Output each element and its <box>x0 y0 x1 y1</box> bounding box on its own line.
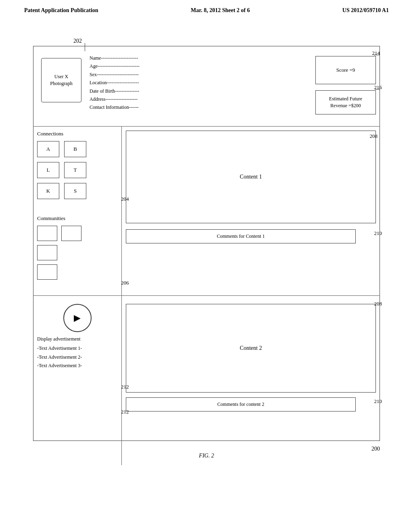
main-diagram: 202 User X Photograph Name--------------… <box>33 22 380 465</box>
ad-area: ▶ Display advertisement -Text Advertisem… <box>33 296 122 465</box>
figure-caption: FIG. 2 <box>199 453 214 459</box>
label-212-top: 212 <box>121 384 129 390</box>
ad-label: Display advertisement <box>37 336 117 342</box>
content2-box: Content 2 <box>126 304 376 393</box>
comments2-box: Comments for content 2 <box>126 397 356 411</box>
ad-text-1: -Text Advertisement 1- <box>37 344 117 353</box>
section-middle: Connections A B L T K S Communities <box>33 127 380 296</box>
communities-grid <box>37 226 117 260</box>
ad-text-2: -Text Advertisement 2- <box>37 353 117 362</box>
user-photo-line1: User X <box>54 73 68 80</box>
field-location: Location-------------------- <box>90 79 140 87</box>
communities-area: Communities <box>33 211 122 296</box>
header-right: US 2012/059710 A1 <box>342 7 389 14</box>
label-200: 200 <box>371 446 380 452</box>
comm-cell-4 <box>37 264 57 280</box>
content1-box: Content 1 208 <box>126 131 376 223</box>
callout-216 <box>375 89 380 89</box>
comm-cell-3 <box>37 245 57 260</box>
conn-cell-a: A <box>37 141 59 157</box>
comm-cell-2 <box>61 226 81 241</box>
user-photo-box: User X Photograph <box>41 58 81 102</box>
conn-cell-l: L <box>37 162 59 178</box>
label-216: 216 <box>374 84 382 91</box>
content2-label: Content 2 <box>240 345 262 351</box>
communities-label: Communities <box>37 215 117 222</box>
label-214: 214 <box>372 50 380 56</box>
field-age: Age-------------------------- <box>90 62 140 70</box>
connections-label: Connections <box>37 131 117 137</box>
revenue-box: Estimated Future Revenue =$200 <box>315 90 376 114</box>
label-210-bot: 210 <box>374 398 382 405</box>
label-210-top: 210 <box>374 230 382 237</box>
conn-cell-t: T <box>64 162 86 178</box>
comments1-label: Comments for Content 1 <box>217 233 265 239</box>
comm-cell-1 <box>37 226 57 241</box>
header-left: Patent Application Publication <box>24 7 98 14</box>
comments1-box: Comments for Content 1 <box>126 229 356 243</box>
conn-cell-b: B <box>64 141 86 157</box>
section-bottom: ▶ Display advertisement -Text Advertisem… <box>33 296 380 465</box>
profile-fields: Name----------------------- Age---------… <box>90 54 140 112</box>
section-top: User X Photograph Name------------------… <box>33 46 380 127</box>
revenue-line2: Revenue =$200 <box>329 102 362 109</box>
user-photo-line2: Photograph <box>50 80 72 87</box>
field-sex: Sex-------------------------- <box>90 71 140 79</box>
play-button-icon: ▶ <box>63 304 92 332</box>
field-contact: Contact Information------ <box>90 103 140 111</box>
comments2-label: Comments for content 2 <box>217 401 264 407</box>
connections-grid: A B L T K S <box>37 141 117 199</box>
label-206: 206 <box>121 280 129 286</box>
page-header: Patent Application Publication Mar. 8, 2… <box>0 0 413 18</box>
content1-label: Content 1 <box>240 174 262 180</box>
conn-cell-k: K <box>37 183 59 199</box>
field-name: Name----------------------- <box>90 54 140 62</box>
revenue-line1: Estimated Future <box>329 96 362 102</box>
ad-text-3: -Text Advertisement 3- <box>37 362 117 370</box>
conn-cell-s: S <box>64 183 86 199</box>
field-dob: Date of Birth--------------- <box>90 87 140 95</box>
ad-texts: -Text Advertisement 1- -Text Advertiseme… <box>37 344 117 370</box>
score-box: Score =9 <box>315 56 376 84</box>
callout-214 <box>374 55 380 55</box>
field-address: Address-------------------- <box>90 95 140 103</box>
header-center: Mar. 8, 2012 Sheet 2 of 6 <box>191 7 250 14</box>
label-202: 202 <box>73 38 82 44</box>
label-208-top: 208 <box>370 133 378 139</box>
